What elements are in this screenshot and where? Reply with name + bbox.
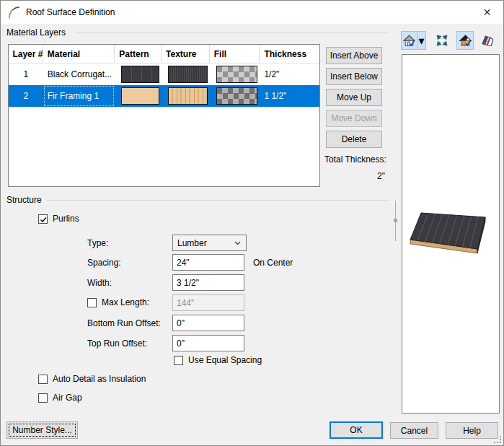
texture-swatch-cell[interactable] [162, 85, 210, 107]
fill-swatch[interactable] [216, 87, 258, 105]
texture-swatch[interactable] [168, 87, 208, 105]
auto-detail-insulation-label: Auto Detail as Insulation [53, 374, 146, 384]
roof-arc-icon [8, 6, 21, 19]
roof-surface-definition-dialog: Roof Surface Definition ✕ Material Layer… [0, 0, 504, 446]
col-header-pattern: Pattern [115, 45, 162, 63]
standard-views-button[interactable] [401, 31, 417, 50]
color-toggle-button[interactable] [456, 31, 474, 50]
thickness-cell[interactable]: 1 1/2" [260, 85, 319, 107]
house-view-icon [403, 35, 415, 47]
window-resize-grip[interactable] [494, 436, 501, 443]
width-label: Width: [87, 278, 112, 288]
bottom-run-offset-input[interactable] [172, 315, 244, 331]
purlins-label: Purlins [53, 214, 79, 224]
ok-button[interactable]: OK [330, 421, 383, 439]
structure-group-label: Structure [6, 195, 42, 205]
fill-window-expand-icon [436, 35, 448, 46]
checkbox-box[interactable] [38, 393, 48, 403]
col-header-texture: Texture [162, 45, 210, 63]
focus-rectangle [9, 424, 75, 436]
total-thickness-value: 2" [324, 171, 385, 181]
titlebar[interactable]: Roof Surface Definition ✕ [1, 1, 503, 24]
pattern-swatch-cell[interactable] [115, 85, 162, 107]
close-icon[interactable]: ✕ [471, 1, 503, 23]
layer-number-cell[interactable]: 2 [9, 85, 43, 107]
fill-window-button[interactable] [433, 31, 451, 50]
material-name-cell[interactable]: Black Corrugat... [43, 64, 115, 85]
fill-swatch[interactable] [216, 66, 258, 83]
material-layers-group-label: Material Layers [6, 27, 66, 38]
fill-swatch-cell[interactable] [210, 64, 260, 85]
table-row-layer-1[interactable]: 1 Black Corrugat... 1/2" [9, 64, 319, 85]
structure-group-line [47, 200, 388, 201]
pattern-swatch-cell[interactable] [115, 64, 162, 85]
3d-preview-viewport[interactable] [402, 54, 500, 414]
air-gap-checkbox[interactable]: Air Gap [38, 393, 82, 403]
air-gap-label: Air Gap [53, 393, 82, 403]
on-center-label: On Center [253, 258, 293, 268]
table-header-row: Layer # Material Pattern Texture Fill Th… [9, 45, 319, 64]
spacing-label: Spacing: [87, 258, 121, 268]
use-equal-spacing-checkbox[interactable]: Use Equal Spacing [174, 355, 262, 365]
delete-button[interactable]: Delete [326, 131, 382, 148]
roof-panel-3d-preview [403, 208, 500, 266]
thickness-cell[interactable]: 1/2" [260, 64, 319, 85]
color-house-icon [459, 35, 472, 47]
insert-above-button[interactable]: Insert Above [326, 47, 382, 64]
purlins-checkbox[interactable]: Purlins [38, 214, 79, 224]
move-down-button[interactable]: Move Down [326, 110, 382, 127]
cancel-button[interactable]: Cancel [390, 422, 438, 439]
use-equal-spacing-label: Use Equal Spacing [188, 355, 262, 365]
window-title: Roof Surface Definition [26, 7, 115, 17]
col-header-thickness: Thickness [260, 45, 319, 63]
help-button[interactable]: Help [446, 422, 498, 439]
max-length-input[interactable] [172, 294, 244, 311]
standard-views-dropdown[interactable]: ▾ [417, 31, 426, 50]
bottom-run-offset-label: Bottom Run Offset: [87, 318, 161, 328]
checkbox-box[interactable] [38, 214, 48, 224]
material-layers-group-line [76, 32, 388, 33]
texture-swatch-cell[interactable] [162, 64, 210, 85]
material-layers-table[interactable]: Layer # Material Pattern Texture Fill Th… [8, 44, 320, 187]
max-length-checkbox[interactable]: Max Length: [87, 297, 149, 307]
number-style-button[interactable]: Number Style... [6, 421, 78, 439]
max-length-label: Max Length: [102, 297, 149, 307]
insert-below-button[interactable]: Insert Below [326, 68, 382, 85]
material-name-cell[interactable]: Fir Framing 1 [43, 85, 115, 107]
checkbox-box[interactable] [87, 298, 97, 307]
col-header-fill: Fill [210, 45, 260, 63]
type-label: Type: [87, 238, 108, 248]
table-row-layer-2-selected[interactable]: 2 Fir Framing 1 1 1/2" [9, 85, 319, 107]
roof-layers-icon [482, 35, 494, 47]
texture-swatch[interactable] [168, 66, 208, 83]
total-thickness-label: Total Thickness: [324, 154, 386, 165]
top-run-offset-input[interactable] [172, 335, 244, 351]
top-run-offset-label: Top Run Offset: [87, 338, 147, 349]
checkmark-icon [39, 215, 48, 224]
pattern-swatch[interactable] [121, 66, 159, 83]
fill-swatch-cell[interactable] [210, 85, 260, 107]
checkbox-box[interactable] [38, 375, 48, 384]
splitter-grip-handle[interactable] [394, 219, 397, 222]
pattern-swatch[interactable] [121, 87, 159, 105]
type-select[interactable]: Lumber [172, 235, 247, 251]
col-header-layer: Layer # [9, 45, 43, 63]
layer-options-button[interactable] [477, 31, 498, 50]
type-selected-value: Lumber [177, 238, 207, 248]
chevron-down-icon [234, 241, 241, 245]
auto-detail-insulation-checkbox[interactable]: Auto Detail as Insulation [38, 374, 146, 384]
spacing-input[interactable] [172, 254, 244, 271]
width-input[interactable] [172, 274, 244, 291]
layer-number-cell[interactable]: 1 [9, 64, 43, 85]
checkbox-box[interactable] [174, 356, 183, 365]
move-up-button[interactable]: Move Up [326, 89, 382, 106]
col-header-material: Material [43, 45, 115, 63]
